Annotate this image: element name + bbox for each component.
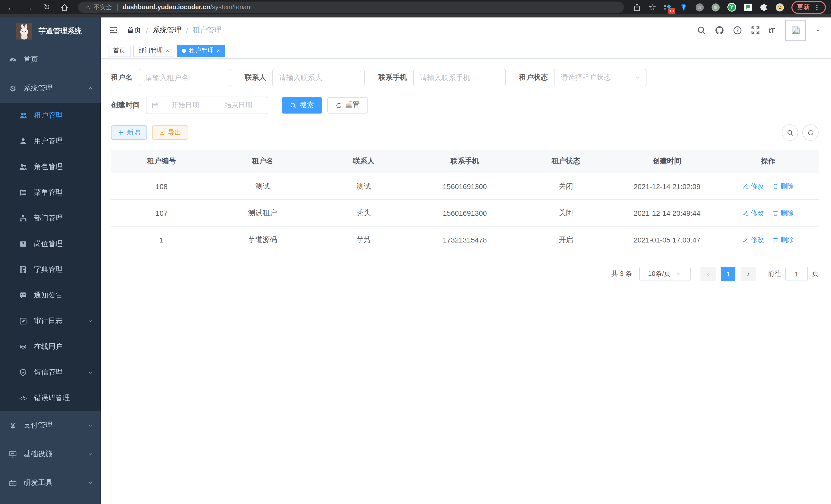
shield-check-icon [19, 368, 27, 377]
tenant-name-input[interactable] [139, 69, 231, 86]
extension-diamond-icon[interactable]: 10 [663, 3, 672, 11]
address-bar[interactable]: ⚠ 不安全 dashboard.yudao.iocoder.cn /system… [78, 2, 624, 13]
help-icon[interactable] [733, 26, 742, 35]
close-icon[interactable]: × [166, 48, 169, 53]
sidebar-item-tenant[interactable]: 租户管理 [0, 103, 101, 128]
app-logo[interactable]: 芋道管理系统 [0, 18, 101, 45]
avatar-caret-icon[interactable] [815, 28, 821, 33]
extension-record-icon[interactable] [711, 3, 720, 11]
sidebar-item-role[interactable]: 角色管理 [0, 154, 101, 180]
browser-back-icon[interactable]: ← [6, 3, 16, 11]
sidebar-item-post[interactable]: 岗位管理 [0, 231, 101, 257]
breadcrumb-system[interactable]: 系统管理 [153, 26, 181, 35]
not-secure-warning-icon: ⚠ [85, 4, 90, 10]
sidebar-item-online-user[interactable]: 在线用户 [0, 334, 101, 360]
sidebar-item-dev-tools[interactable]: 研发工具 [0, 469, 101, 497]
current-page-button[interactable]: 1 [721, 267, 736, 281]
url-host[interactable]: dashboard.yudao.iocoder.cn [123, 4, 210, 11]
edit-link[interactable]: 修改 [742, 208, 764, 217]
extension-kite-icon[interactable] [679, 3, 688, 11]
github-icon[interactable] [715, 26, 724, 35]
browser-home-icon[interactable] [60, 3, 69, 11]
refresh-table-button[interactable] [802, 124, 819, 141]
extension-chat-icon[interactable] [744, 3, 752, 11]
not-secure-label[interactable]: 不安全 [93, 3, 112, 11]
fullscreen-icon[interactable] [751, 26, 760, 35]
active-tab-dot [182, 49, 186, 53]
sidebar-item-dept[interactable]: 部门管理 [0, 206, 101, 231]
user-avatar[interactable] [785, 20, 806, 40]
extension-command-icon[interactable] [695, 3, 704, 11]
sidebar-item-menu[interactable]: 菜单管理 [0, 180, 101, 206]
page-content: 租户名 联系人 联系手机 租户状态 请选择租户状态 [101, 59, 831, 281]
sidebar-item-error-code[interactable]: </> 错误码管理 [0, 385, 101, 411]
chevron-down-icon [87, 369, 93, 376]
bookmark-star-icon[interactable]: ☆ [649, 3, 657, 11]
table-row[interactable]: 1 芋道源码 芋艿 17321315478 开启 2021-01-05 17:0… [111, 226, 819, 253]
mobile-input[interactable] [413, 69, 506, 86]
header-search-icon[interactable] [697, 26, 706, 35]
date-range-picker[interactable]: 开始日期 - 结束日期 [146, 97, 268, 114]
sidebar-item-infra[interactable]: 基础设施 [0, 440, 101, 469]
tags-view-bar: 首页 部门管理 × 租户管理 × [101, 43, 831, 59]
create-time-label: 创建时间 [111, 101, 140, 110]
goto-label: 前往 [768, 269, 781, 278]
users-icon [19, 163, 27, 171]
chrome-menu-dots-icon[interactable]: ⋮ [813, 3, 820, 11]
add-button[interactable]: 新增 [111, 125, 147, 140]
col-tenant-id: 租户编号 [111, 150, 212, 173]
sidebar-item-audit-log[interactable]: 审计日志 [0, 308, 101, 334]
sidebar-item-pay[interactable]: ¥ 支付管理 [0, 411, 101, 440]
search-button[interactable]: 搜索 [282, 97, 322, 114]
sidebar-item-user[interactable]: 用户管理 [0, 128, 101, 154]
dictionary-icon [19, 266, 27, 274]
sidebar-collapse-icon[interactable] [109, 26, 118, 35]
edit-link[interactable]: 修改 [742, 235, 764, 244]
table-row[interactable]: 107 测试租户 秃头 15601691300 关闭 2021-12-14 20… [111, 200, 819, 226]
next-page-button[interactable]: › [741, 267, 756, 281]
trash-icon [772, 237, 778, 243]
browser-reload-icon[interactable]: ↻ [42, 3, 51, 12]
col-created: 创建时间 [617, 150, 717, 173]
tag-dept[interactable]: 部门管理 × [133, 45, 174, 57]
delete-link[interactable]: 删除 [772, 208, 794, 217]
sidebar-item-sms[interactable]: 短信管理 [0, 360, 101, 385]
sidebar-item-notice[interactable]: 通知公告 [0, 283, 101, 308]
table-row[interactable]: 108 测试 测试 15601691300 关闭 2021-12-14 21:0… [111, 173, 819, 200]
font-size-icon[interactable]: tT [769, 26, 774, 34]
tag-tenant[interactable]: 租户管理 × [177, 45, 225, 57]
extensions-puzzle-icon[interactable] [760, 3, 768, 11]
profile-emoji-icon[interactable] [775, 3, 784, 11]
show-search-toggle-button[interactable] [782, 124, 798, 141]
breadcrumb-home[interactable]: 首页 [127, 26, 141, 35]
reset-button[interactable]: 重置 [327, 97, 368, 114]
close-icon[interactable]: × [217, 48, 220, 53]
extension-y-icon[interactable] [727, 3, 737, 12]
broadcast-icon [19, 343, 27, 351]
chrome-update-button[interactable]: 更新 ⋮ [792, 1, 826, 13]
share-icon[interactable] [633, 3, 641, 11]
users-icon [19, 112, 27, 120]
goto-page-input[interactable] [785, 267, 808, 281]
sidebar-item-dict[interactable]: 字典管理 [0, 257, 101, 283]
col-status: 租户状态 [515, 150, 617, 173]
url-path[interactable]: /system/tenant [210, 4, 252, 11]
status-select[interactable]: 请选择租户状态 [554, 69, 647, 86]
col-mobile: 联系手机 [414, 150, 515, 173]
chevron-down-icon [87, 451, 93, 457]
trash-icon [772, 183, 778, 189]
sidebar-item-home[interactable]: 首页 [0, 45, 101, 74]
col-tenant-name: 租户名 [212, 150, 313, 173]
prev-page-button[interactable]: ‹ [700, 267, 716, 281]
contact-input[interactable] [273, 69, 365, 86]
export-button[interactable]: 导出 [152, 125, 188, 140]
col-actions: 操作 [717, 150, 819, 173]
browser-forward-icon[interactable]: → [24, 3, 33, 11]
sidebar-item-system[interactable]: ⚙ 系统管理 [0, 74, 101, 103]
edit-link[interactable]: 修改 [742, 182, 764, 191]
delete-link[interactable]: 删除 [772, 182, 794, 191]
tag-home[interactable]: 首页 [108, 45, 131, 57]
date-end-placeholder: 结束日期 [214, 101, 263, 110]
page-size-select[interactable]: 10条/页 [639, 267, 691, 281]
delete-link[interactable]: 删除 [772, 235, 794, 244]
